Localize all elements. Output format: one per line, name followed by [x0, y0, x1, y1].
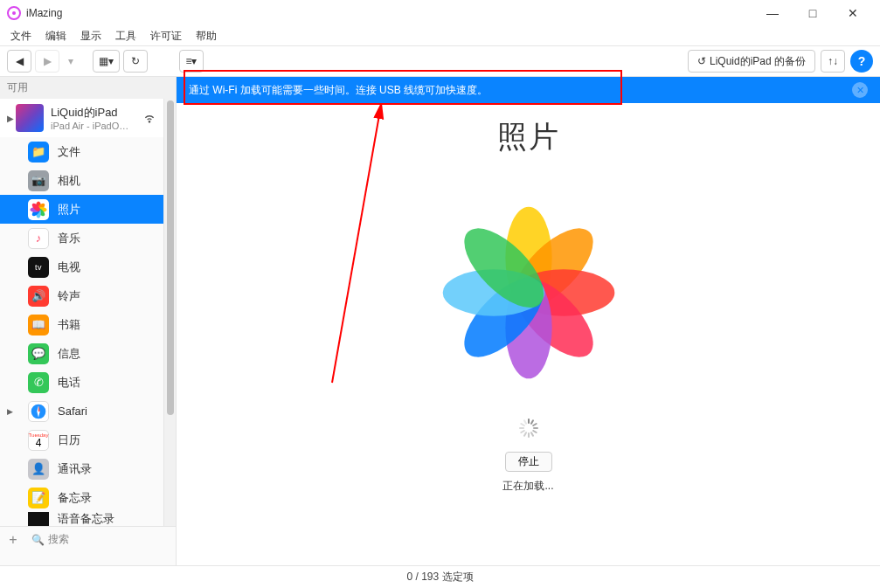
svg-line-21 [531, 420, 533, 423]
sidebar-item-voicememos[interactable]: 语音备忘录 [0, 512, 163, 526]
menu-license[interactable]: 许可证 [143, 26, 189, 45]
sidebar-scrollbar[interactable] [163, 99, 176, 526]
sidebar-item-label: 书籍 [58, 317, 80, 333]
title-bar: iMazing — □ ✕ [0, 0, 880, 26]
list-options-button[interactable]: ≡▾ [179, 50, 204, 73]
loading-spinner-icon [518, 418, 539, 443]
wifi-info-banner: 通过 Wi-Fi 加载可能需要一些时间。连接 USB 线缆可加快速度。 ✕ [177, 77, 880, 103]
sidebar-search-input[interactable]: 🔍 搜索 [26, 530, 170, 549]
svg-line-27 [524, 432, 526, 435]
books-icon: 📖 [28, 315, 49, 336]
view-grid-button[interactable]: ▦▾ [93, 50, 120, 73]
chevron-right-icon: ▶ [7, 407, 13, 416]
sidebar-item-ringtones[interactable]: 🔊 铃声 [0, 281, 163, 310]
window-controls: — □ ✕ [752, 0, 873, 26]
menu-help[interactable]: 帮助 [189, 26, 224, 45]
sidebar-item-tv[interactable]: tv 电视 [0, 252, 163, 281]
photos-app-icon [419, 183, 638, 402]
sidebar-item-label: 备忘录 [58, 490, 92, 506]
content: 照片 [177, 103, 880, 565]
music-icon: ♪ [28, 228, 49, 249]
sidebar-item-safari[interactable]: ▶ Safari [0, 397, 163, 425]
files-icon: 📁 [28, 142, 49, 163]
main-area: 通过 Wi-Fi 加载可能需要一些时间。连接 USB 线缆可加快速度。 ✕ 照片 [177, 77, 880, 565]
sidebar-item-phone[interactable]: ✆ 电话 [0, 368, 163, 397]
safari-icon [28, 401, 49, 422]
sidebar-item-label: 照片 [58, 202, 80, 218]
refresh-button[interactable]: ↻ [123, 50, 148, 73]
sidebar-item-photos[interactable]: 照片 [0, 195, 163, 224]
loading-text: 正在加载... [502, 479, 553, 494]
close-button[interactable]: ✕ [833, 0, 873, 26]
svg-line-24 [533, 431, 536, 432]
device-backup-label: LiQuid的iPad 的备份 [710, 54, 806, 69]
add-button[interactable]: + [5, 532, 21, 548]
sidebar-item-books[interactable]: 📖 书籍 [0, 310, 163, 339]
selection-count: 0 / 193 选定项 [406, 570, 473, 585]
notes-icon: 📝 [28, 488, 49, 508]
sidebar-item-music[interactable]: ♪ 音乐 [0, 224, 163, 252]
menu-edit[interactable]: 编辑 [38, 26, 73, 45]
svg-point-0 [149, 121, 149, 121]
scrollbar-thumb[interactable] [167, 100, 174, 415]
camera-icon: 📷 [28, 170, 49, 191]
help-button[interactable]: ? [850, 50, 873, 73]
minimize-icon: — [766, 6, 779, 20]
sidebar-item-files[interactable]: 📁 文件 [0, 137, 163, 166]
ringtone-icon: 🔊 [28, 286, 49, 307]
toolbar: ◀ ▶ ▾ ▦▾ ↻ ≡▾ ↺ LiQuid的iPad 的备份 ↑↓ ? [0, 45, 880, 77]
contacts-icon: 👤 [28, 459, 49, 480]
device-subtitle: iPad Air - iPadO… [51, 121, 142, 131]
device-thumbnail-icon [16, 104, 44, 132]
device-name: LiQuid的iPad [51, 105, 142, 121]
sidebar-item-label: Safari [58, 405, 87, 418]
messages-icon: 💬 [28, 343, 49, 364]
nav-more-button[interactable]: ▾ [63, 50, 79, 73]
history-icon: ↺ [697, 55, 706, 67]
menu-bar: 文件 编辑 显示 工具 许可证 帮助 [0, 26, 880, 45]
wifi-icon [142, 110, 156, 127]
sidebar-item-label: 相机 [58, 173, 80, 189]
sidebar: 可用 ▶ LiQuid的iPad iPad Air - iPadO… [0, 77, 177, 565]
device-backup-button[interactable]: ↺ LiQuid的iPad 的备份 [688, 50, 815, 73]
menu-tools[interactable]: 工具 [108, 26, 143, 45]
sidebar-section-header: 可用 [0, 77, 176, 99]
tv-icon: tv [28, 257, 49, 278]
photos-icon [28, 199, 49, 220]
minimize-button[interactable]: — [752, 0, 793, 26]
sidebar-item-camera[interactable]: 📷 相机 [0, 166, 163, 195]
sidebar-item-calendar[interactable]: Tuesday4 日历 [0, 425, 163, 454]
sidebar-bottom: + 🔍 搜索 [0, 526, 176, 552]
sync-button[interactable]: ↑↓ [821, 50, 845, 73]
disclosure-icon: ▶ [7, 114, 16, 123]
nav-back-button[interactable]: ◀ [7, 50, 31, 73]
maximize-icon: □ [809, 6, 816, 20]
svg-line-22 [533, 424, 536, 425]
svg-line-28 [521, 431, 523, 432]
svg-line-31 [524, 420, 526, 423]
sidebar-item-label: 语音备忘录 [58, 512, 114, 526]
menu-file[interactable]: 文件 [3, 26, 38, 45]
sidebar-item-label: 电视 [58, 259, 80, 275]
svg-line-30 [521, 424, 523, 425]
sidebar-list: 📁 文件 📷 相机 [0, 137, 163, 526]
sidebar-item-label: 信息 [58, 346, 80, 362]
app-title: iMazing [26, 7, 62, 19]
calendar-icon: Tuesday4 [28, 430, 49, 451]
sidebar-item-label: 日历 [58, 432, 80, 448]
nav-play-button[interactable]: ▶ [35, 50, 59, 73]
sidebar-item-messages[interactable]: 💬 信息 [0, 339, 163, 368]
menu-view[interactable]: 显示 [73, 26, 108, 45]
sidebar-item-contacts[interactable]: 👤 通讯录 [0, 454, 163, 483]
banner-close-button[interactable]: ✕ [852, 82, 868, 98]
device-row[interactable]: ▶ LiQuid的iPad iPad Air - iPadO… [0, 99, 163, 137]
page-title: 照片 [497, 117, 560, 157]
close-icon: ✕ [848, 6, 858, 20]
sidebar-item-label: 文件 [58, 144, 80, 160]
search-icon: 🔍 [31, 534, 45, 546]
sidebar-item-label: 电话 [58, 375, 80, 391]
sidebar-item-notes[interactable]: 📝 备忘录 [0, 483, 163, 512]
maximize-button[interactable]: □ [793, 0, 833, 26]
stop-button[interactable]: 停止 [505, 452, 552, 472]
app-logo-icon [7, 6, 21, 20]
